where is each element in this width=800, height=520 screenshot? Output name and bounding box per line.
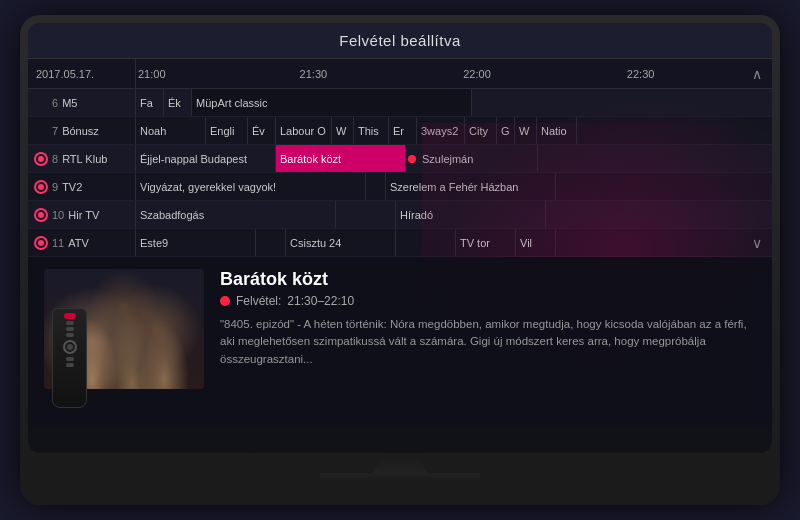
program-cell[interactable]: Natio (537, 117, 577, 144)
program-cell[interactable]: Szulejmán (418, 145, 538, 172)
program-cell[interactable]: W (515, 117, 537, 144)
recording-icon (34, 152, 48, 166)
channel-label-7: 7Bónusz (28, 117, 136, 144)
channel-number: 10 (52, 209, 64, 221)
program-cell[interactable]: City (465, 117, 497, 144)
tv-stand (28, 455, 772, 483)
program-cell[interactable]: 3ways2 (417, 117, 465, 144)
time-2230: 22:30 (627, 68, 655, 80)
epg-row: 6M5FaÉkMüpArt classic (28, 89, 772, 117)
record-time: 21:30–22:10 (287, 294, 354, 308)
channel-number: 7 (52, 125, 58, 137)
channel-name: TV2 (62, 181, 82, 193)
info-panel: Barátok közt Felvétel: 21:30–22:10 "8405… (28, 257, 772, 425)
program-title: Barátok közt (220, 269, 756, 290)
program-cell[interactable]: Noah (136, 117, 206, 144)
time-2200: 22:00 (463, 68, 491, 80)
epg-container: 6M5FaÉkMüpArt classic7BónuszNoahEngliÉvL… (28, 89, 772, 257)
channel-number: 11 (52, 237, 64, 249)
programs-area: Vigyázat, gyerekkel vagyok!Szerelem a Fe… (136, 173, 742, 200)
program-description: "8405. epizód" - A héten történik: Nóra … (220, 316, 756, 368)
program-cell[interactable]: Barátok közt (276, 145, 406, 172)
epg-row: 11ATVEste9Csisztu 24TV torVil∨ (28, 229, 772, 257)
epg-row: 7BónuszNoahEngliÉvLabour OWThisEr3ways2C… (28, 117, 772, 145)
recording-icon (34, 180, 48, 194)
recording-indicator (220, 296, 230, 306)
header-bar: Felvétel beállítva (28, 23, 772, 59)
record-label: Felvétel: (236, 294, 281, 308)
date-label: 2017.05.17. (28, 59, 136, 88)
remote-control (52, 308, 87, 408)
channel-number: 6 (52, 97, 58, 109)
program-cell[interactable]: Csisztu 24 (286, 229, 396, 256)
channel-name: M5 (62, 97, 77, 109)
programs-area: Este9Csisztu 24TV torVil (136, 229, 742, 256)
channel-name: Bónusz (62, 125, 99, 137)
remote-btn-1[interactable] (66, 321, 74, 325)
programs-area: FaÉkMüpArt classic (136, 89, 742, 116)
recording-icon (34, 208, 48, 222)
stand-base (320, 473, 480, 483)
channel-name: Hir TV (68, 209, 99, 221)
epg-row: 8RTL KlubÉjjel-nappal BudapestBarátok kö… (28, 145, 772, 173)
programs-area: SzabadfogásHíradó (136, 201, 742, 228)
program-cell[interactable]: Éjjel-nappal Budapest (136, 145, 276, 172)
remote-nav[interactable] (63, 340, 77, 354)
program-cell[interactable]: Év (248, 117, 276, 144)
epg-row: 10Hir TVSzabadfogásHíradó (28, 201, 772, 229)
tv-screen: Felvétel beállítva 2017.05.17. 21:00 21:… (28, 23, 772, 453)
scroll-up-icon: ∧ (752, 66, 762, 82)
program-cell[interactable]: Szerelem a Fehér Házban (386, 173, 556, 200)
time-2100: 21:00 (138, 68, 166, 80)
program-cell[interactable] (336, 201, 396, 228)
channel-label-10: 10Hir TV (28, 201, 136, 228)
program-cell[interactable]: MüpArt classic (192, 89, 472, 116)
program-cell[interactable]: Híradó (396, 201, 546, 228)
program-cell[interactable]: Er (389, 117, 417, 144)
remote-btn-4[interactable] (66, 357, 74, 361)
channel-number: 8 (52, 153, 58, 165)
timeline-row: 2017.05.17. 21:00 21:30 22:00 22:30 ∧ (28, 59, 772, 89)
program-cell[interactable]: Vil (516, 229, 556, 256)
program-cell[interactable]: Szabadfogás (136, 201, 336, 228)
program-cell[interactable]: TV tor (456, 229, 516, 256)
date-text: 2017.05.17. (36, 68, 94, 80)
program-cell[interactable]: This (354, 117, 389, 144)
time-2130: 21:30 (300, 68, 328, 80)
programs-area: Éjjel-nappal BudapestBarátok köztSzulejm… (136, 145, 742, 172)
channel-label-6: 6M5 (28, 89, 136, 116)
channel-label-9: 9TV2 (28, 173, 136, 200)
remote-btn-2[interactable] (66, 327, 74, 331)
remote-btn-5[interactable] (66, 363, 74, 367)
epg-row: 9TV2Vigyázat, gyerekkel vagyok!Szerelem … (28, 173, 772, 201)
programs-area: NoahEngliÉvLabour OWThisEr3ways2CityGWNa… (136, 117, 742, 144)
scroll-up-button[interactable]: ∧ (742, 59, 772, 88)
channel-number: 9 (52, 181, 58, 193)
stand-neck (360, 455, 440, 473)
program-cell[interactable]: Labour O (276, 117, 332, 144)
time-slots: 21:00 21:30 22:00 22:30 (136, 59, 742, 88)
program-cell[interactable] (366, 173, 386, 200)
record-status: Felvétel: 21:30–22:10 (220, 294, 756, 308)
recording-icon (34, 236, 48, 250)
remote-btn-3[interactable] (66, 333, 74, 337)
channel-label-8: 8RTL Klub (28, 145, 136, 172)
program-cell[interactable]: Vigyázat, gyerekkel vagyok! (136, 173, 366, 200)
info-content: Barátok közt Felvétel: 21:30–22:10 "8405… (220, 269, 756, 413)
header-title: Felvétel beállítva (339, 32, 461, 49)
channel-name: RTL Klub (62, 153, 107, 165)
channel-label-11: 11ATV (28, 229, 136, 256)
tv-frame: Felvétel beállítva 2017.05.17. 21:00 21:… (20, 15, 780, 505)
program-cell[interactable]: Ék (164, 89, 192, 116)
program-dot-indicator (406, 145, 418, 172)
program-cell[interactable] (396, 229, 456, 256)
program-cell[interactable] (256, 229, 286, 256)
program-cell[interactable]: Engli (206, 117, 248, 144)
channel-name: ATV (68, 237, 89, 249)
program-cell[interactable]: Fa (136, 89, 164, 116)
program-cell[interactable]: G (497, 117, 515, 144)
program-cell[interactable]: Este9 (136, 229, 256, 256)
scroll-down-button[interactable]: ∨ (742, 235, 772, 251)
program-cell[interactable]: W (332, 117, 354, 144)
